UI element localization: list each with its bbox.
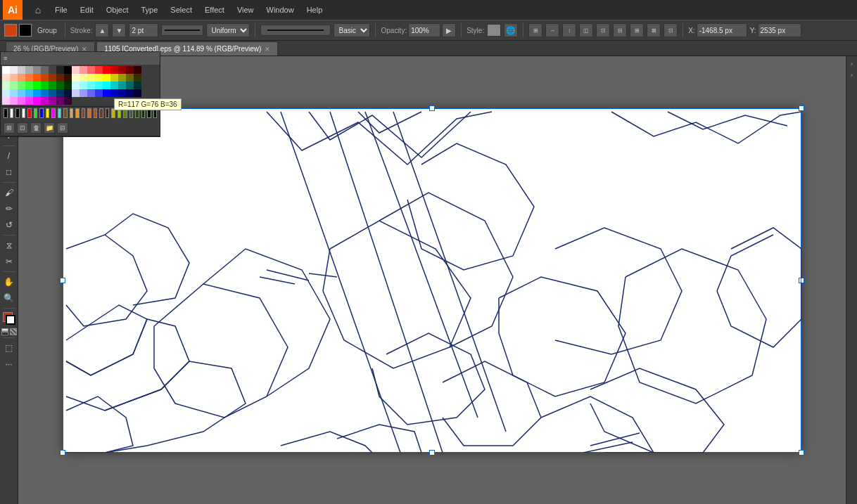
transform-btn-6[interactable]: ⊟ <box>613 23 627 37</box>
color-cell-40[interactable] <box>33 82 41 89</box>
bottom-color-3[interactable] <box>34 108 38 118</box>
bottom-color-0[interactable] <box>15 108 20 118</box>
color-cell-13[interactable] <box>103 66 110 74</box>
bottom-color-6[interactable] <box>51 108 56 118</box>
style-swatch[interactable] <box>487 24 501 37</box>
color-cell-3[interactable] <box>25 66 33 74</box>
transform-btn-8[interactable]: ⊠ <box>647 23 661 37</box>
color-cell-25[interactable] <box>56 74 64 82</box>
color-cell-38[interactable] <box>18 82 25 89</box>
color-cell-68[interactable] <box>110 89 118 97</box>
color-cell-26[interactable] <box>64 74 72 82</box>
color-cell-18[interactable] <box>2 74 10 82</box>
transform-btn-1[interactable]: ⊞ <box>528 23 542 37</box>
panel-icon-3[interactable]: 🗑 <box>30 122 42 134</box>
color-cell-46[interactable] <box>80 82 87 89</box>
color-cell-15[interactable] <box>118 66 126 74</box>
color-cell-37[interactable] <box>10 82 18 89</box>
color-cell-19[interactable] <box>10 74 18 82</box>
color-cell-28[interactable] <box>80 74 87 82</box>
side-icon-2[interactable]: › <box>847 70 857 80</box>
color-cell-36[interactable] <box>2 82 10 89</box>
panel-icon-2[interactable]: ⊡ <box>17 122 28 134</box>
color-cell-80[interactable] <box>64 97 72 105</box>
color-cell-22[interactable] <box>33 74 41 82</box>
transform-btn-9[interactable]: ⊡ <box>664 23 678 37</box>
bottom-color-23[interactable] <box>153 108 158 118</box>
toolbox-none[interactable] <box>10 328 17 335</box>
more-tools[interactable]: ··· <box>1 356 17 372</box>
color-cell-57[interactable] <box>25 89 33 97</box>
bottom-color-22[interactable] <box>147 108 151 118</box>
bottom-color-12[interactable] <box>87 108 91 118</box>
menu-object[interactable]: Object <box>101 3 134 17</box>
transform-btn-4[interactable]: ◫ <box>579 23 593 37</box>
color-cell-49[interactable] <box>103 82 110 89</box>
artboard-tool[interactable]: ⬚ <box>1 340 17 356</box>
color-cell-35[interactable] <box>134 74 141 82</box>
color-cell-20[interactable] <box>18 74 25 82</box>
color-cell-33[interactable] <box>118 74 126 82</box>
stroke-up-btn[interactable]: ▲ <box>95 23 109 37</box>
color-cell-66[interactable] <box>95 89 103 97</box>
rect-tool[interactable]: □ <box>1 164 17 180</box>
zoom-tool[interactable]: 🔍 <box>1 290 17 306</box>
transform-btn-5[interactable]: ⊡ <box>596 23 610 37</box>
bottom-color-21[interactable] <box>141 108 146 118</box>
color-cell-4[interactable] <box>33 66 41 74</box>
bottom-color-8[interactable] <box>63 108 68 118</box>
color-cell-29[interactable] <box>87 74 95 82</box>
color-cell-61[interactable] <box>56 89 64 97</box>
color-cell-7[interactable] <box>56 66 64 74</box>
stroke-style-select[interactable]: Basic <box>334 23 370 37</box>
toolbox-gradient[interactable] <box>1 328 8 335</box>
bottom-color-11[interactable] <box>82 108 86 118</box>
color-cell-79[interactable] <box>56 97 64 105</box>
color-cell-17[interactable] <box>134 66 141 74</box>
color-cell-69[interactable] <box>118 89 126 97</box>
panel-icon-1[interactable]: ⊞ <box>4 122 15 134</box>
bottom-color-15[interactable] <box>106 108 110 118</box>
color-cell-27[interactable] <box>72 74 80 82</box>
color-cell-16[interactable] <box>126 66 134 74</box>
color-cell-44[interactable] <box>64 82 72 89</box>
menu-select[interactable]: Select <box>165 3 198 17</box>
menu-type[interactable]: Type <box>136 3 164 17</box>
color-cell-39[interactable] <box>25 82 33 89</box>
color-cell-72[interactable] <box>2 97 10 105</box>
color-cell-11[interactable] <box>87 66 95 74</box>
color-cell-45[interactable] <box>72 82 80 89</box>
fill-swatch[interactable] <box>4 24 17 37</box>
color-cell-48[interactable] <box>95 82 103 89</box>
color-cell-67[interactable] <box>103 89 110 97</box>
color-cell-5[interactable] <box>41 66 49 74</box>
color-cell-52[interactable] <box>126 82 134 89</box>
color-cell-21[interactable] <box>25 74 33 82</box>
toolbox-stroke[interactable] <box>6 315 15 325</box>
bottom-color-13[interactable] <box>94 108 98 118</box>
transform-btn-3[interactable]: ↕ <box>562 23 576 37</box>
color-cell-55[interactable] <box>10 89 18 97</box>
color-cell-14[interactable] <box>110 66 118 74</box>
color-cell-60[interactable] <box>49 89 56 97</box>
color-cell-30[interactable] <box>95 74 103 82</box>
color-cell-12[interactable] <box>95 66 103 74</box>
color-cell-62[interactable] <box>64 89 72 97</box>
color-cell-32[interactable] <box>110 74 118 82</box>
transform-btn-2[interactable]: ↔ <box>545 23 559 37</box>
stroke-uniform-select[interactable]: Uniform <box>206 23 250 37</box>
bottom-color-16[interactable] <box>111 108 115 118</box>
color-cell-64[interactable] <box>80 89 87 97</box>
menu-help[interactable]: Help <box>301 3 329 17</box>
home-button[interactable]: ⌂ <box>28 0 48 20</box>
panel-icon-4[interactable]: 📁 <box>44 122 55 134</box>
color-cell-41[interactable] <box>41 82 49 89</box>
side-icon-1[interactable]: › <box>847 59 857 69</box>
color-cell-70[interactable] <box>126 89 134 97</box>
color-cell-56[interactable] <box>18 89 25 97</box>
bottom-swatch-1[interactable] <box>4 108 8 118</box>
color-cell-47[interactable] <box>87 82 95 89</box>
color-cell-50[interactable] <box>110 82 118 89</box>
color-cell-23[interactable] <box>41 74 49 82</box>
color-cell-34[interactable] <box>126 74 134 82</box>
